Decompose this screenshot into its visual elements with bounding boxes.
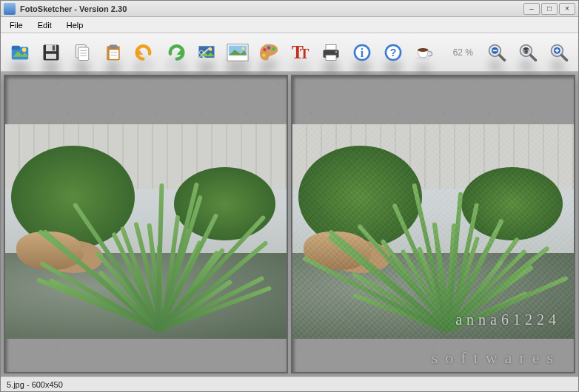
- svg-rect-14: [110, 50, 118, 58]
- svg-point-26: [263, 48, 266, 51]
- menubar: File Edit Help: [1, 17, 578, 33]
- image-button[interactable]: [224, 39, 251, 66]
- watermark-line2: softwares: [432, 348, 560, 368]
- titlebar: FotoSketcher - Version 2.30 – □ ×: [1, 1, 578, 17]
- svg-point-35: [335, 50, 338, 53]
- donate-button[interactable]: [411, 39, 438, 66]
- close-button[interactable]: ×: [559, 3, 575, 15]
- zoom-in-button[interactable]: [546, 39, 572, 66]
- svg-rect-5: [53, 45, 56, 50]
- zoom-out-button[interactable]: [483, 39, 510, 66]
- toolbar: TT i ? 62 % 1:1: [1, 33, 578, 72]
- redo-button[interactable]: [162, 39, 189, 66]
- app-icon: [4, 3, 16, 15]
- svg-rect-1: [12, 45, 20, 50]
- undo-button[interactable]: [131, 39, 158, 66]
- zoom-group: 62 % 1:1: [453, 39, 572, 66]
- maximize-button[interactable]: □: [541, 3, 558, 15]
- svg-line-53: [562, 55, 567, 60]
- svg-point-25: [242, 47, 245, 50]
- svg-text:1:1: 1:1: [523, 48, 529, 53]
- workspace: anna61224 softwares: [1, 72, 578, 376]
- zoom-out-icon: [486, 42, 507, 63]
- text-button[interactable]: TT: [287, 39, 313, 66]
- status-text: 5.jpg - 600x450: [7, 380, 63, 389]
- crop-icon: [196, 42, 217, 63]
- text-icon: TT: [289, 42, 311, 63]
- palette-icon: [258, 42, 280, 63]
- svg-text:?: ?: [390, 47, 397, 58]
- zoom-fit-icon: 1:1: [518, 42, 538, 63]
- source-image: [5, 124, 287, 339]
- result-pane[interactable]: anna61224 softwares: [291, 75, 575, 374]
- menu-help[interactable]: Help: [61, 19, 90, 31]
- zoom-label: 62 %: [453, 47, 473, 58]
- help-button[interactable]: ?: [380, 39, 406, 66]
- open-button[interactable]: [7, 39, 33, 66]
- menu-file[interactable]: File: [4, 19, 29, 31]
- svg-rect-6: [46, 53, 56, 58]
- svg-point-29: [262, 53, 265, 56]
- help-icon: ?: [383, 42, 404, 63]
- svg-point-43: [418, 47, 428, 51]
- svg-rect-13: [110, 44, 118, 48]
- window-controls: – □ ×: [523, 3, 575, 15]
- coffee-icon: [414, 42, 435, 63]
- info-button[interactable]: i: [349, 39, 375, 66]
- paste-icon: [103, 42, 124, 63]
- zoom-in-icon: [549, 42, 569, 63]
- svg-point-27: [267, 46, 270, 49]
- image-icon: [227, 43, 249, 62]
- svg-point-2: [22, 47, 27, 52]
- copy-icon: [72, 42, 93, 63]
- open-icon: [9, 41, 31, 64]
- zoom-fit-button[interactable]: 1:1: [515, 39, 541, 66]
- redo-icon: [165, 42, 186, 63]
- svg-point-28: [272, 47, 275, 50]
- statusbar: 5.jpg - 600x450: [1, 376, 578, 391]
- save-button[interactable]: [38, 39, 64, 66]
- print-button[interactable]: [318, 39, 344, 66]
- menu-edit[interactable]: Edit: [32, 19, 58, 31]
- svg-rect-32: [326, 44, 336, 50]
- info-icon: i: [352, 42, 372, 63]
- crop-button[interactable]: [193, 39, 220, 66]
- print-icon: [321, 42, 341, 63]
- minimize-button[interactable]: –: [523, 3, 540, 15]
- save-icon: [41, 42, 61, 63]
- svg-line-49: [531, 55, 536, 60]
- application-window: FotoSketcher - Version 2.30 – □ × File E…: [0, 0, 579, 392]
- svg-text:T: T: [300, 46, 309, 61]
- result-image: anna61224: [292, 124, 574, 339]
- svg-rect-47: [493, 50, 497, 51]
- window-title: FotoSketcher - Version 2.30: [20, 4, 523, 13]
- svg-rect-8: [78, 47, 89, 61]
- palette-button[interactable]: [255, 39, 282, 66]
- paste-button[interactable]: [100, 39, 127, 66]
- svg-line-45: [500, 55, 505, 60]
- copy-button[interactable]: [69, 39, 96, 66]
- source-pane[interactable]: [4, 75, 288, 374]
- undo-icon: [134, 42, 155, 63]
- svg-rect-56: [557, 48, 558, 52]
- svg-rect-34: [326, 55, 336, 60]
- svg-text:i: i: [361, 47, 364, 59]
